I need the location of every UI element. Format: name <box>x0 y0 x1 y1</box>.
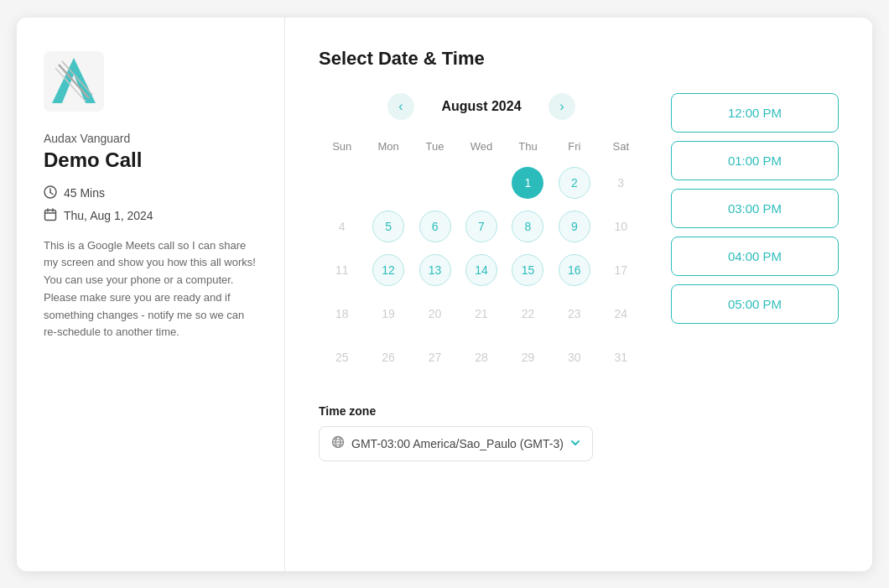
time-slots-section: 12:00 PM01:00 PM03:00 PM04:00 PM05:00 PM <box>671 93 839 324</box>
event-description: This is a Google Meets call so I can sha… <box>44 237 257 342</box>
day-cell: 13 <box>412 250 458 290</box>
timezone-label: Time zone <box>319 404 839 418</box>
calendar-icon <box>44 208 57 224</box>
day-cell: 1 <box>505 163 551 203</box>
day-cell: 29 <box>505 337 551 377</box>
duration-text: 45 Mins <box>64 186 105 200</box>
day-cell: 30 <box>551 337 597 377</box>
time-slot-button[interactable]: 12:00 PM <box>671 93 839 133</box>
day-cell: 31 <box>598 337 644 377</box>
day-number: 21 <box>465 298 497 330</box>
time-slot-button[interactable]: 04:00 PM <box>671 237 839 276</box>
day-number: 27 <box>419 341 451 373</box>
day-header-tue: Tue <box>412 137 458 156</box>
day-header-thu: Thu <box>505 137 551 156</box>
day-number: 4 <box>326 211 358 242</box>
timezone-selector[interactable]: GMT-03:00 America/Sao_Paulo (GMT-3) <box>319 426 593 461</box>
page-title: Select Date & Time <box>319 48 839 70</box>
day-cell <box>458 163 504 203</box>
day-cell: 11 <box>319 250 365 290</box>
day-header-fri: Fri <box>551 137 597 156</box>
clock-icon <box>44 185 57 201</box>
day-cell <box>412 163 458 203</box>
day-number[interactable]: 2 <box>559 167 590 199</box>
day-cell: 12 <box>365 250 411 290</box>
day-cell: 5 <box>365 206 411 247</box>
date-meta: Thu, Aug 1, 2024 <box>44 208 257 224</box>
day-cell: 16 <box>551 250 597 290</box>
day-number[interactable]: 12 <box>372 254 404 286</box>
day-number[interactable]: 14 <box>465 254 497 286</box>
calendar-grid: SunMonTueWedThuFriSat 123456789101112131… <box>319 137 644 377</box>
day-cell: 21 <box>458 294 504 334</box>
day-number: 30 <box>559 341 590 373</box>
day-cell <box>365 163 411 203</box>
company-logo <box>44 51 104 112</box>
day-number[interactable]: 6 <box>419 211 451 242</box>
day-number: 31 <box>605 341 637 373</box>
calendar-header: ‹ August 2024 › <box>319 93 644 120</box>
day-number: 23 <box>559 298 590 330</box>
day-cell: 2 <box>551 163 597 203</box>
time-slot-button[interactable]: 01:00 PM <box>671 141 839 180</box>
day-number[interactable]: 8 <box>512 211 543 242</box>
day-cell: 19 <box>365 294 411 334</box>
prev-icon: ‹ <box>398 99 403 114</box>
event-title: Demo Call <box>44 148 257 172</box>
day-cell: 15 <box>505 250 551 290</box>
time-slot-button[interactable]: 05:00 PM <box>671 284 839 324</box>
dropdown-chevron-icon <box>570 437 580 450</box>
sidebar: Audax Vanguard Demo Call 45 Mins <box>17 18 285 571</box>
days-grid: 1234567891011121314151617181920212223242… <box>319 163 644 377</box>
day-number[interactable]: 1 <box>512 167 543 199</box>
day-headers-row: SunMonTueWedThuFriSat <box>319 137 644 156</box>
time-slot-button[interactable]: 03:00 PM <box>671 189 839 228</box>
day-cell: 18 <box>319 294 365 334</box>
day-number: 18 <box>326 298 358 330</box>
day-number: 25 <box>326 341 358 373</box>
day-header-sat: Sat <box>598 137 644 156</box>
day-number: 22 <box>512 298 543 330</box>
day-cell: 9 <box>551 206 597 247</box>
svg-line-7 <box>50 192 53 194</box>
main-content: Select Date & Time ‹ August 2024 › SunMo… <box>285 18 872 571</box>
next-icon: › <box>559 99 564 114</box>
day-number[interactable]: 5 <box>372 211 404 242</box>
day-cell: 6 <box>412 206 458 247</box>
day-cell: 27 <box>412 337 458 377</box>
timezone-value: GMT-03:00 America/Sao_Paulo (GMT-3) <box>351 437 564 450</box>
day-cell: 14 <box>458 250 504 290</box>
day-number: 26 <box>372 341 404 373</box>
day-cell: 10 <box>598 206 644 247</box>
day-number: 11 <box>326 254 358 286</box>
day-number[interactable]: 13 <box>419 254 451 286</box>
day-cell: 26 <box>365 337 411 377</box>
day-number: 17 <box>605 254 637 286</box>
duration-meta: 45 Mins <box>44 185 257 201</box>
logo-container <box>44 51 257 115</box>
day-number: 19 <box>372 298 404 330</box>
prev-month-button[interactable]: ‹ <box>387 93 414 120</box>
day-header-wed: Wed <box>458 137 504 156</box>
calendar-time-row: ‹ August 2024 › SunMonTueWedThuFriSat 12… <box>319 93 839 377</box>
day-number: 29 <box>512 341 543 373</box>
day-number[interactable]: 16 <box>559 254 590 286</box>
day-cell: 7 <box>458 206 504 247</box>
day-number[interactable]: 15 <box>512 254 543 286</box>
day-cell: 20 <box>412 294 458 334</box>
day-cell: 28 <box>458 337 504 377</box>
day-number: 20 <box>419 298 451 330</box>
day-cell: 4 <box>319 206 365 247</box>
next-month-button[interactable]: › <box>548 93 575 120</box>
day-number[interactable]: 7 <box>465 211 497 242</box>
day-cell: 23 <box>551 294 597 334</box>
day-number: 24 <box>605 298 637 330</box>
month-year-label: August 2024 <box>431 99 532 114</box>
day-number: 28 <box>465 341 497 373</box>
day-number[interactable]: 9 <box>559 211 590 242</box>
timezone-section: Time zone GMT-03:00 America/Sao_Paulo (G… <box>319 404 839 461</box>
globe-icon <box>331 435 345 452</box>
day-number: 3 <box>605 167 637 199</box>
date-text: Thu, Aug 1, 2024 <box>64 209 153 222</box>
day-cell: 24 <box>598 294 644 334</box>
